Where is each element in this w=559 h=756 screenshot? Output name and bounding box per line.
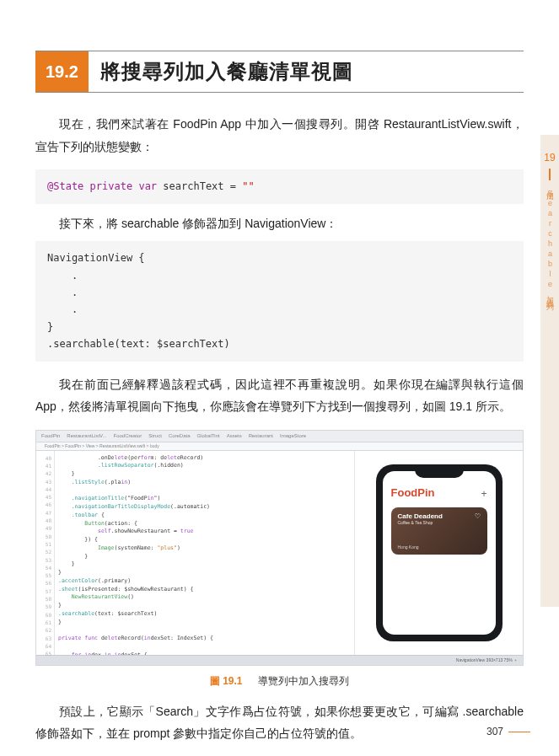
code-block-1: @State private var searchText = "" [35,169,524,203]
card-location: Hong Kong [398,544,419,550]
line-number-gutter: 40 41 42 43 44 45 46 47 48 49 50 51 52 5… [36,451,55,655]
paragraph-1: 現在，我們來試著在 FoodPin App 中加入一個搜尋列。開啓 Restau… [35,113,524,158]
ide-breadcrumb: FoodPin > FoodPin > View > RestaurantLis… [36,442,523,451]
paragraph-4: 預設上，它顯示「Search」文字作爲占位符號，如果你想要更改它，可編寫 .se… [35,700,524,745]
figure-caption: 圖 19.1 導覽列中加入搜尋列 [35,674,524,689]
paragraph-3: 我在前面已經解釋過該程式碼，因此這裡不再重複說明。如果你現在編譯與執行這個App… [35,373,524,418]
card-subtitle: Coffee & Tea Shop [398,520,481,525]
restaurant-card: Cafe Deadend Coffee & Tea Shop Hong Kong… [391,507,487,555]
plus-icon: + [481,488,486,500]
paragraph-2: 接下來，將 searchable 修飾器加到 NavigationView： [35,212,524,235]
figure-caption-text: 導覽列中加入搜尋列 [258,675,349,687]
code-block-2: NavigationView { . . . } .searchable(tex… [35,241,524,361]
preview-pane: FoodPin + Cafe Deadend Coffee & Tea Shop… [354,451,523,655]
section-number: 19.2 [35,51,89,92]
app-title: FoodPin [391,486,487,499]
heart-icon: ♡ [475,512,481,520]
section-heading: 19.2 將搜尋列加入餐廳清單視圖 [35,51,524,93]
ide-body: 40 41 42 43 44 45 46 47 48 49 50 51 52 5… [36,451,523,655]
phone-notch [415,471,464,478]
ide-screenshot: FoodPin RestaurantListV... FoodCreator S… [35,430,524,666]
page-number: 307 [486,726,530,737]
section-title: 將搜尋列加入餐廳清單視圖 [89,51,365,92]
card-name: Cafe Deadend [398,512,481,520]
phone-mockup: FoodPin + Cafe Deadend Coffee & Tea Shop… [376,464,503,641]
phone-screen: FoodPin + Cafe Deadend Coffee & Tea Shop… [383,471,496,635]
ide-tab-bar: FoodPin RestaurantListV... FoodCreator S… [36,431,523,442]
code-editor-area: .onDelete(perform: deleteRecord) .listRo… [55,451,354,655]
figure-19-1: FoodPin RestaurantListV... FoodCreator S… [35,430,524,689]
ide-status-bar: NavigationView 393×713 75% ＋ [36,655,523,665]
figure-number: 圖 19.1 [210,675,243,687]
page-content: 19.2 將搜尋列加入餐廳清單視圖 現在，我們來試著在 FoodPin App … [0,0,559,756]
